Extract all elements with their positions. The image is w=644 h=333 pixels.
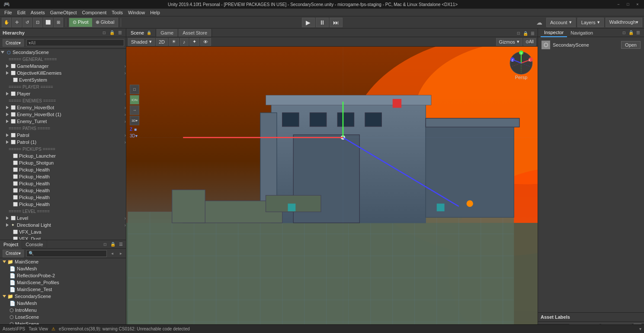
project-nav-left[interactable]: ◂ — [109, 250, 115, 257]
scene-3d-view[interactable]: X ■ Y ■ Z ■ 3D▾ □ ION — [126, 47, 538, 333]
tree-item-gamemanager[interactable]: ⬜ GameManager › — [0, 63, 126, 70]
hide-toggle[interactable]: 👁 — [200, 38, 211, 46]
menu-help[interactable]: Help — [147, 9, 163, 16]
console-tab[interactable]: Console — [22, 240, 47, 249]
navigation-tab[interactable]: Navigation — [567, 29, 596, 37]
tree-item-pickup-health-3[interactable]: ⬜ Pickup_Health — [0, 180, 126, 187]
tree-item-pickup-health-2[interactable]: ⬜ Pickup_Health — [0, 173, 126, 180]
proj-item-mainscene-test[interactable]: 📄 MainScene_Test — [0, 286, 126, 293]
rect-tool[interactable]: ⬜ — [43, 18, 53, 27]
scene-tab[interactable]: Scene 🔒 — [126, 29, 156, 37]
nav-arrow[interactable]: → — [130, 105, 139, 115]
hierarchy-menu[interactable]: ☰ — [116, 29, 123, 36]
all-tag[interactable]: ⊙ All — [523, 38, 536, 46]
nav-view-1[interactable]: □ — [130, 85, 139, 94]
persp-label[interactable]: Persp — [508, 75, 534, 80]
tree-item-pickup-shotgun[interactable]: ⬜ Pickup_Shotgun — [0, 159, 126, 166]
proj-item-secondaryscene-folder[interactable]: 📁 SecondaryScene — [0, 293, 126, 300]
pause-button[interactable]: ⏸ — [316, 18, 329, 27]
menu-window[interactable]: Window — [125, 9, 147, 16]
scene-menu[interactable]: ☰ — [529, 30, 536, 37]
nav-ion[interactable]: ION — [130, 95, 139, 105]
menu-assets[interactable]: Assets — [28, 9, 48, 16]
tree-item-eventsystem[interactable]: ⬜ EventSystem — [0, 76, 126, 83]
layers-button[interactable]: Layers ▾ — [577, 18, 604, 27]
hierarchy-create-button[interactable]: Create ▾ — [3, 39, 24, 47]
hierarchy-maximize[interactable]: ⊡ — [101, 29, 108, 36]
tree-item-level[interactable]: ⬜ Level › — [0, 215, 126, 222]
account-button[interactable]: Account ▾ — [546, 18, 576, 27]
scene-lock[interactable]: 🔒 — [522, 30, 529, 37]
scene-maximize[interactable]: ⊡ — [515, 30, 522, 37]
pivot-button[interactable]: ⊙ Pivot — [69, 18, 92, 27]
inspector-lock[interactable]: 🔒 — [628, 29, 634, 36]
proj-item-navmesh-2[interactable]: 📄 NavMesh — [0, 300, 126, 307]
menu-component[interactable]: Component — [79, 9, 109, 16]
hand-tool[interactable]: ✋ — [2, 18, 11, 27]
proj-item-navmesh[interactable]: 📄 NavMesh — [0, 265, 126, 272]
inspector-menu[interactable]: ☰ — [634, 29, 641, 36]
project-nav-right[interactable]: ▸ — [117, 250, 124, 257]
menu-edit[interactable]: Edit — [15, 9, 28, 16]
project-maximize[interactable]: ⊡ — [102, 241, 109, 248]
menu-gameobject[interactable]: GameObject — [48, 9, 80, 16]
proj-item-mainscene-profiles[interactable]: 📄 MainScene_Profiles — [0, 279, 126, 286]
project-create-button[interactable]: Create ▾ — [3, 250, 24, 257]
hierarchy-lock[interactable]: 🔒 — [109, 29, 115, 36]
status-collapse[interactable]: ▾ — [639, 327, 641, 331]
tree-item-pickup-health-4[interactable]: ⬜ Pickup_Health — [0, 187, 126, 194]
tree-item-pickup-health-1[interactable]: ⬜ Pickup_Health — [0, 166, 126, 173]
project-menu[interactable]: ☰ — [117, 241, 124, 248]
project-search-input[interactable]: 🔍 — [26, 250, 107, 257]
walkthrough-button[interactable]: Walkthrough▾ — [606, 18, 642, 27]
step-button[interactable]: ⏭ — [330, 18, 343, 27]
audio-toggle[interactable]: ♪ — [180, 38, 189, 46]
proj-item-reflection-probe[interactable]: 📄 ReflectionProbe-2 — [0, 272, 126, 279]
nav-3d[interactable]: 3D▾ — [130, 116, 139, 125]
open-scene-button[interactable]: Open — [621, 41, 641, 49]
hierarchy-search[interactable]: ▾All — [26, 39, 124, 46]
proj-item-losescene[interactable]: ⬡ LoseScene — [0, 314, 126, 320]
effects-toggle[interactable]: ✦ — [189, 38, 199, 46]
tree-item-enemy-turret[interactable]: ⬜ Enemy_Turret › — [0, 118, 126, 125]
project-tab[interactable]: Project — [0, 240, 22, 249]
inspector-tab[interactable]: Inspector — [541, 29, 567, 37]
lighting-toggle[interactable]: ☀ — [169, 38, 179, 46]
inspector-maximize[interactable]: ⊡ — [621, 29, 628, 36]
tree-item-patrol[interactable]: ⬜ Patrol › — [0, 132, 126, 139]
proj-item-mainscene[interactable]: ⬡ MainScene — [0, 320, 126, 324]
tree-item-enemy-hoverbot[interactable]: ⬜ Enemy_HoverBot › — [0, 104, 126, 111]
menu-tools[interactable]: Tools — [109, 9, 125, 16]
tree-item-directional-light[interactable]: ✦ Directional Light › — [0, 222, 126, 228]
tree-item-vfx-lava[interactable]: ⬜ VFX_Lava — [0, 228, 126, 235]
proj-item-intromenu[interactable]: ⬡ IntroMenu — [0, 307, 126, 314]
proj-item-mainscene-folder[interactable]: 📁 MainScene — [0, 258, 126, 265]
shading-dropdown[interactable]: Shaded ▾ — [128, 38, 155, 46]
project-lock[interactable]: 🔒 — [109, 241, 116, 248]
tree-item-pickup-health-5[interactable]: ⬜ Pickup_Health — [0, 194, 126, 201]
asset-store-tab[interactable]: Asset Store — [178, 29, 212, 37]
tree-item-enemy-hoverbot-1[interactable]: ⬜ Enemy_HoverBot (1) › — [0, 111, 126, 118]
game-tab[interactable]: Game — [156, 29, 178, 37]
2d-toggle[interactable]: 2D — [156, 38, 168, 46]
scale-tool[interactable]: ⊡ — [33, 18, 42, 27]
tree-item-vfx-dust[interactable]: ⬜ VFX_Dust — [0, 235, 126, 240]
rotate-tool[interactable]: ↺ — [22, 18, 32, 27]
gizmos-button[interactable]: Gizmos ▾ — [496, 38, 522, 46]
tree-item-objective[interactable]: ⬜ ObjectiveKillEnemies › — [0, 70, 126, 76]
cloud-icon[interactable]: ☁ — [534, 19, 545, 26]
tree-item-secondary-scene[interactable]: ⬡ SecondaryScene — [0, 49, 126, 56]
maximize-button[interactable]: □ — [625, 1, 631, 7]
tree-item-pickup-health-6[interactable]: ⬜ Pickup_Health — [0, 201, 126, 208]
menu-file[interactable]: File — [2, 9, 15, 16]
tree-item-player[interactable]: ⬜ Player › — [0, 90, 126, 97]
multi-tool[interactable]: ⊞ — [54, 18, 63, 27]
minimize-button[interactable]: − — [615, 1, 622, 7]
task-view-button[interactable]: Task View — [29, 327, 48, 331]
tree-item-pickup-launcher[interactable]: ⬜ Pickup_Launcher — [0, 152, 126, 159]
close-button[interactable]: × — [634, 1, 641, 7]
tree-item-patrol-1[interactable]: ⬜ Patrol (1) › — [0, 139, 126, 146]
play-button[interactable]: ▶ — [302, 18, 315, 27]
global-button[interactable]: ⊕ Global — [92, 18, 118, 27]
move-tool[interactable]: ✛ — [12, 18, 22, 27]
